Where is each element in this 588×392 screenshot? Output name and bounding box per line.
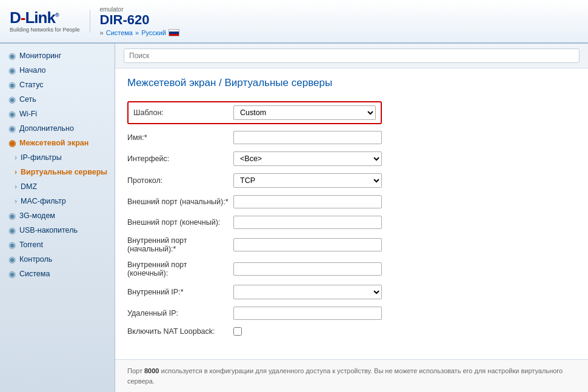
nat-loopback-checkbox[interactable] (233, 327, 242, 336)
protocol-label: Протокол: (127, 176, 233, 185)
sidebar-label: USB-накопитель (19, 226, 78, 234)
content-area: Межсетевой экран / Виртуальные серверы Ш… (115, 44, 588, 392)
sidebar-label: IP-фильтры (21, 153, 62, 162)
breadcrumb-russian[interactable]: Русский (141, 29, 166, 36)
arrow-icon: › (15, 168, 17, 176)
arrow-icon: › (15, 153, 17, 162)
sidebar-label: Межсетевой экран (19, 139, 89, 147)
sidebar-item-3g-modem[interactable]: ◉ 3G-модем (0, 208, 115, 223)
nat-loopback-label: Включить NAT Loopback: (127, 327, 233, 336)
sidebar-item-advanced[interactable]: ◉ Дополнительно (0, 121, 115, 136)
sidebar-item-system[interactable]: ◉ Система (0, 267, 115, 281)
search-bar (115, 44, 588, 68)
sidebar-label: 3G-модем (19, 211, 55, 220)
bullet-icon: ◉ (8, 226, 16, 234)
bullet-icon: ◉ (8, 51, 16, 60)
form-container: Шаблон: Custom HTTP FTP SSH Telnet SMTP (127, 101, 382, 337)
sidebar-label: Виртуальные серверы (21, 168, 107, 176)
interface-label: Интерфейс: (127, 154, 233, 163)
ext-port-start-input[interactable] (233, 195, 382, 208)
bullet-icon: ◉ (8, 211, 16, 220)
form-row-protocol: Протокол: TCP UDP TCP/UDP (127, 171, 382, 190)
remote-ip-input[interactable] (233, 307, 382, 320)
sidebar-item-home[interactable]: ◉ Начало (0, 63, 115, 78)
bullet-icon: ◉ (8, 66, 16, 75)
search-input[interactable] (124, 48, 580, 63)
sidebar-label: Torrent (19, 241, 43, 249)
int-port-end-input[interactable] (233, 262, 382, 276)
interface-select[interactable]: <Все> WAN (233, 151, 382, 166)
logo-tagline: Building Networks for People (10, 27, 80, 33)
logo-area: D-Link® Building Networks for People (10, 10, 90, 33)
bullet-icon: ◉ (8, 124, 16, 133)
template-label: Шаблон: (133, 108, 233, 117)
arrow-icon: › (15, 182, 17, 191)
bullet-icon: ◉ (8, 241, 16, 249)
sidebar-item-mac-filter[interactable]: › MAC-фильтр (0, 194, 115, 208)
note-text-start: Порт (127, 367, 144, 374)
note-area: Порт 8000 используется в конфигурации дл… (115, 359, 588, 392)
sidebar-label: Мониторинг (19, 51, 61, 60)
breadcrumb: » Система » Русский (100, 29, 179, 36)
sidebar-item-network[interactable]: ◉ Сеть (0, 92, 115, 107)
template-row: Шаблон: Custom HTTP FTP SSH Telnet SMTP (127, 101, 382, 124)
int-port-start-label: Внутренний порт (начальный):* (127, 236, 233, 253)
ext-port-end-input[interactable] (233, 216, 382, 229)
breadcrumb-sistema[interactable]: Система (106, 29, 133, 36)
arrow-icon: › (15, 197, 17, 205)
form-row-int-port-start: Внутренний порт (начальный):* (127, 234, 382, 255)
ext-port-end-label: Внешний порт (конечный): (127, 218, 233, 227)
russian-flag-icon (169, 29, 179, 36)
sidebar-item-usb[interactable]: ◉ USB-накопитель (0, 223, 115, 238)
form-row-name: Имя:* (127, 129, 382, 146)
sidebar-item-firewall[interactable]: ◉ Межсетевой экран (0, 136, 115, 150)
template-select[interactable]: Custom HTTP FTP SSH Telnet SMTP (233, 105, 376, 120)
sidebar-item-monitoring[interactable]: ◉ Мониторинг (0, 48, 115, 63)
internal-ip-label: Внутренний IP:* (127, 288, 233, 296)
sidebar-label: Сеть (19, 95, 36, 104)
sidebar: ◉ Мониторинг ◉ Начало ◉ Статус ◉ Сеть ◉ … (0, 44, 115, 392)
name-input[interactable] (233, 131, 382, 144)
sidebar-label: Wi-Fi (19, 110, 37, 118)
header-device: emulator DIR-620 » Система » Русский (100, 6, 179, 36)
sidebar-item-dmz[interactable]: › DMZ (0, 179, 115, 194)
form-row-interface: Интерфейс: <Все> WAN (127, 150, 382, 168)
sidebar-item-status[interactable]: ◉ Статус (0, 78, 115, 92)
form-row-remote-ip: Удаленный IP: (127, 305, 382, 322)
main-layout: ◉ Мониторинг ◉ Начало ◉ Статус ◉ Сеть ◉ … (0, 44, 588, 392)
bullet-icon: ◉ (8, 255, 16, 264)
sidebar-item-control[interactable]: ◉ Контроль (0, 252, 115, 267)
template-select-wrap: Custom HTTP FTP SSH Telnet SMTP (233, 105, 376, 120)
sidebar-label: MAC-фильтр (21, 197, 66, 205)
sidebar-label: Дополнительно (19, 124, 74, 133)
sidebar-label: Начало (19, 66, 46, 75)
form-row-ext-port-start: Внешний порт (начальный):* (127, 193, 382, 210)
name-label: Имя:* (127, 133, 233, 142)
bullet-icon: ◉ (8, 270, 16, 278)
int-port-start-input[interactable] (233, 238, 382, 251)
page-content: Межсетевой экран / Виртуальные серверы Ш… (115, 68, 588, 352)
note-port: 8000 (144, 367, 159, 374)
sidebar-item-torrent[interactable]: ◉ Torrent (0, 238, 115, 252)
page-title: Межсетевой экран / Виртуальные серверы (127, 77, 576, 93)
internal-ip-select[interactable] (233, 285, 382, 299)
sidebar-label: Контроль (19, 255, 52, 264)
sidebar-label: Статус (19, 81, 44, 89)
sidebar-item-virtual-servers[interactable]: › Виртуальные серверы (0, 165, 115, 179)
note-text: Порт 8000 используется в конфигурации дл… (127, 366, 576, 386)
remote-ip-label: Удаленный IP: (127, 309, 233, 317)
sidebar-item-wifi[interactable]: ◉ Wi-Fi (0, 107, 115, 121)
note-text-end: используется в конфигурации для удаленно… (127, 367, 563, 385)
int-port-end-label: Внутренний порт (конечный): (127, 261, 233, 277)
sidebar-item-ip-filters[interactable]: › IP-фильтры (0, 150, 115, 165)
sidebar-label: DMZ (21, 182, 37, 191)
header: D-Link® Building Networks for People emu… (0, 0, 588, 44)
sidebar-label: Система (19, 270, 50, 278)
form-row-internal-ip: Внутренний IP:* (127, 283, 382, 301)
ext-port-start-label: Внешний порт (начальный):* (127, 198, 233, 206)
bullet-icon: ◉ (8, 81, 16, 89)
bullet-icon: ◉ (8, 139, 16, 147)
form-row-ext-port-end: Внешний порт (конечный): (127, 214, 382, 231)
protocol-select[interactable]: TCP UDP TCP/UDP (233, 173, 382, 188)
form-row-nat-loopback: Включить NAT Loopback: (127, 325, 382, 337)
